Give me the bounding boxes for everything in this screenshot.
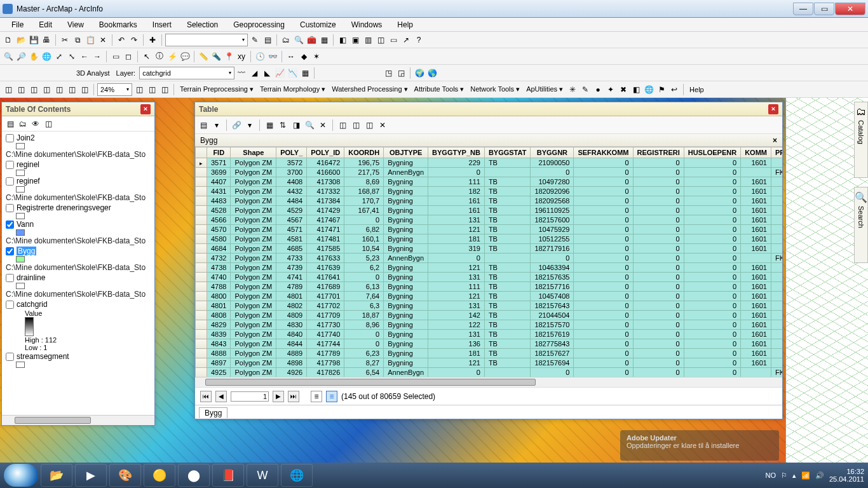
cell[interactable]: TB — [484, 244, 530, 254]
cell[interactable]: 182157627 — [531, 349, 574, 358]
cell[interactable]: 10497280 — [531, 177, 574, 187]
cell[interactable]: Polygon ZM — [231, 234, 276, 244]
start-button[interactable] — [4, 464, 38, 487]
cell[interactable]: Polygon ZM — [231, 311, 276, 320]
cell[interactable]: 0 — [344, 273, 384, 282]
h3-icon[interactable]: ◫ — [28, 84, 39, 95]
cell[interactable]: 1601 — [741, 225, 771, 234]
related-dd-icon[interactable]: ▾ — [244, 119, 255, 131]
cell[interactable]: 0 — [633, 234, 684, 244]
find-icon[interactable]: 🔦 — [210, 51, 222, 62]
toc-checkbox[interactable] — [6, 204, 14, 212]
maximize-button[interactable]: ▭ — [814, 3, 834, 15]
save-icon[interactable]: 💾 — [28, 34, 39, 46]
related-icon[interactable]: 🔗 — [231, 119, 242, 131]
cell[interactable]: TB — [484, 330, 530, 339]
cell[interactable]: 1601 — [741, 282, 771, 292]
cell[interactable]: 0 — [633, 206, 684, 215]
cell[interactable] — [484, 168, 530, 177]
row-selector[interactable] — [196, 273, 207, 282]
cell[interactable] — [741, 254, 771, 263]
cell[interactable]: AnnenBygn — [384, 254, 428, 263]
cell[interactable]: 4802 — [276, 301, 307, 311]
cell[interactable]: 0 — [574, 234, 633, 244]
cell[interactable]: Polygon ZM — [231, 292, 276, 301]
cell[interactable]: 0 — [633, 244, 684, 254]
row-selector[interactable] — [196, 311, 207, 320]
slope-icon[interactable]: ◢ — [248, 67, 260, 79]
editor-icon[interactable]: ✎ — [249, 34, 261, 46]
row-selector[interactable] — [196, 263, 207, 273]
tool-a-icon[interactable]: ◆ — [298, 51, 309, 62]
cell[interactable]: 417744 — [307, 339, 344, 349]
toc-checkbox[interactable] — [6, 301, 14, 309]
col-header-shape[interactable]: Shape — [231, 147, 276, 158]
cell[interactable]: 0 — [344, 215, 384, 225]
cell[interactable] — [771, 330, 782, 339]
menu-customize[interactable]: Customize — [294, 19, 342, 30]
cell[interactable]: Polygon ZM — [231, 339, 276, 349]
cell[interactable]: 3700 — [276, 168, 307, 177]
menu-geoprocessing[interactable]: Geoprocessing — [227, 19, 291, 30]
cell[interactable]: 6,82 — [344, 225, 384, 234]
col-header-byggnr[interactable]: BYGGNR — [531, 147, 574, 158]
viewer-icon[interactable]: 👓 — [267, 51, 278, 62]
cell[interactable]: 4926 — [276, 368, 307, 377]
cell[interactable] — [771, 196, 782, 206]
table-row[interactable]: 4580Polygon ZM4581417481160,1Bygning181T… — [196, 234, 783, 244]
cell[interactable]: 1601 — [741, 320, 771, 330]
cell[interactable]: 4431 — [207, 187, 231, 196]
tool-b-icon[interactable]: ✶ — [311, 51, 322, 62]
cell[interactable] — [484, 368, 530, 377]
hy-d-icon[interactable]: ✦ — [605, 84, 616, 95]
col-header-byggstat[interactable]: BYGGSTAT — [484, 147, 530, 158]
nav-next-icon[interactable]: ▶ — [273, 391, 284, 402]
toc-layer-streamsegment[interactable]: streamsegment — [3, 351, 153, 362]
task-media[interactable]: ▶ — [75, 464, 107, 487]
col-header-koordh[interactable]: KOORDH — [344, 147, 384, 158]
cell[interactable]: Bygning — [384, 177, 428, 187]
cell[interactable]: 417702 — [307, 301, 344, 311]
tray-vol-icon[interactable]: 🔊 — [815, 471, 824, 480]
line-of-sight-icon[interactable]: ◣ — [261, 67, 273, 79]
cell[interactable]: 1601 — [741, 177, 771, 187]
cell[interactable]: 1601 — [741, 234, 771, 244]
menu-edit[interactable]: Edit — [32, 19, 58, 30]
cut-icon[interactable]: ✂ — [59, 34, 71, 46]
cell[interactable] — [771, 234, 782, 244]
cell[interactable]: 0 — [574, 196, 633, 206]
cell[interactable]: 1601 — [741, 215, 771, 225]
cell[interactable]: 0 — [633, 263, 684, 273]
toc-checkbox[interactable] — [6, 247, 14, 255]
cell[interactable]: Bygning — [384, 339, 428, 349]
model-icon[interactable]: ◧ — [337, 34, 348, 46]
close-button[interactable]: ✕ — [835, 3, 865, 15]
cell[interactable]: 0 — [574, 158, 633, 168]
table-row[interactable]: 4801Polygon ZM48024177026,3Bygning131TB1… — [196, 301, 783, 311]
cell[interactable]: 417798 — [307, 358, 344, 368]
table-row[interactable]: 4407Polygon ZM44084173088,69Bygning111TB… — [196, 177, 783, 187]
h7-icon[interactable]: ◫ — [79, 84, 90, 95]
nav-position-input[interactable] — [231, 391, 269, 402]
cell[interactable]: 0 — [633, 196, 684, 206]
hy-f-icon[interactable]: ◧ — [630, 84, 642, 95]
open-icon[interactable]: 📂 — [15, 34, 27, 46]
cell[interactable]: 4788 — [207, 282, 231, 292]
task-app1[interactable]: ⬤ — [178, 464, 210, 487]
table-row[interactable]: 4732Polygon ZM47334176335,23AnnenBygn000… — [196, 254, 783, 263]
cell[interactable]: 4843 — [207, 339, 231, 349]
table-row[interactable]: 4839Polygon ZM48404177400Bygning131TB182… — [196, 330, 783, 339]
cell[interactable]: 0 — [684, 320, 740, 330]
cell[interactable]: 0 — [633, 168, 684, 177]
adobe-updater-popup[interactable]: Adobe Updater Oppdateringer er klare til… — [620, 430, 779, 461]
cell[interactable]: Polygon ZM — [231, 187, 276, 196]
cell[interactable]: 0 — [684, 254, 740, 263]
hy-a-icon[interactable]: ✳ — [567, 84, 578, 95]
cell[interactable]: 417384 — [307, 196, 344, 206]
cell[interactable]: 0 — [684, 158, 740, 168]
cell[interactable]: 5,23 — [344, 254, 384, 263]
tray-net-icon[interactable]: 📶 — [801, 471, 810, 480]
next-extent-icon[interactable]: → — [92, 51, 103, 62]
cell[interactable]: 0 — [684, 358, 740, 368]
goto-xy-icon[interactable]: xy — [236, 51, 247, 62]
